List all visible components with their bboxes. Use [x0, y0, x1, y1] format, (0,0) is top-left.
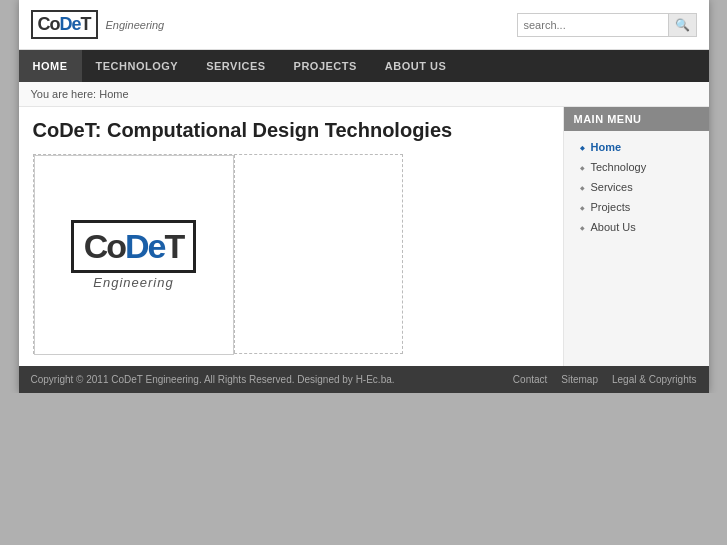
main-nav: HOME TECHNOLOGY SERVICES PROJECTS ABOUT … — [19, 50, 709, 82]
big-logo-t: T — [165, 227, 184, 266]
sidebar-item-services[interactable]: Services — [564, 177, 709, 197]
logo-image-container: CoDeT Engineering — [33, 154, 403, 354]
footer: Copyright © 2011 CoDeT Engineering. All … — [19, 366, 709, 393]
footer-link-contact[interactable]: Contact — [513, 374, 547, 385]
footer-links: Contact Sitemap Legal & Copyrights — [513, 374, 697, 385]
footer-copyright: Copyright © 2011 CoDeT Engineering. All … — [31, 374, 395, 385]
sidebar-menu: Home Technology Services Projects About … — [564, 131, 709, 243]
sidebar-item-home[interactable]: Home — [564, 137, 709, 157]
breadcrumb: You are here: Home — [19, 82, 709, 107]
big-logo-engineering: Engineering — [93, 275, 173, 290]
breadcrumb-prefix: You are here: — [31, 88, 97, 100]
big-logo-box: CoDeT — [71, 220, 197, 273]
sidebar-title: MAIN MENU — [564, 107, 709, 131]
nav-item-about[interactable]: ABOUT US — [371, 50, 460, 82]
logo-engineering: Engineering — [106, 19, 165, 31]
big-logo-de: De — [125, 227, 164, 266]
search-area[interactable]: 🔍 — [517, 13, 697, 37]
logo-de: De — [60, 14, 81, 35]
nav-item-projects[interactable]: PROJECTS — [280, 50, 371, 82]
nav-item-services[interactable]: SERVICES — [192, 50, 279, 82]
sidebar: MAIN MENU Home Technology Services Proje… — [564, 107, 709, 366]
main-content: CoDeT: Computational Design Technologies… — [19, 107, 564, 366]
footer-link-legal[interactable]: Legal & Copyrights — [612, 374, 697, 385]
sidebar-item-about[interactable]: About Us — [564, 217, 709, 237]
content-wrap: CoDeT: Computational Design Technologies… — [19, 107, 709, 366]
footer-link-sitemap[interactable]: Sitemap — [561, 374, 598, 385]
logo-right-panel — [234, 155, 402, 353]
sidebar-item-technology[interactable]: Technology — [564, 157, 709, 177]
logo-t: T — [81, 14, 91, 35]
logo: CoDeT Engineering — [31, 10, 165, 39]
sidebar-item-projects[interactable]: Projects — [564, 197, 709, 217]
logo-co: Co — [38, 14, 60, 35]
header: CoDeT Engineering 🔍 — [19, 0, 709, 50]
search-button[interactable]: 🔍 — [668, 14, 696, 36]
nav-item-technology[interactable]: TECHNOLOGY — [82, 50, 193, 82]
logo-left-panel: CoDeT Engineering — [34, 155, 234, 355]
search-input[interactable] — [518, 15, 668, 35]
nav-item-home[interactable]: HOME — [19, 50, 82, 82]
big-logo-co: Co — [84, 227, 125, 266]
page-title: CoDeT: Computational Design Technologies — [33, 119, 549, 142]
breadcrumb-current: Home — [99, 88, 128, 100]
logo-box: CoDeT — [31, 10, 98, 39]
